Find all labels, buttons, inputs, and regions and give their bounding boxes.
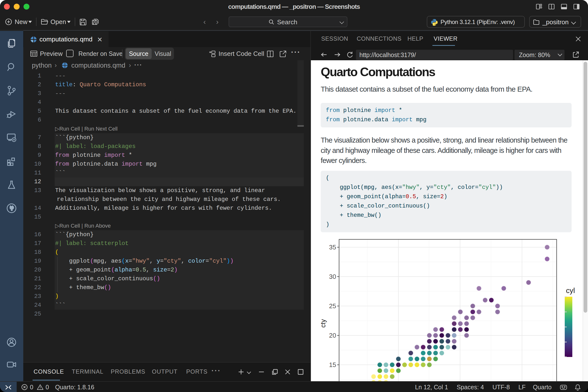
svg-text:30: 30 (329, 273, 336, 280)
svg-text:cyl: cyl (566, 286, 575, 294)
svg-text:20: 20 (329, 332, 336, 339)
svg-text:25: 25 (329, 302, 336, 310)
svg-text:15: 15 (329, 361, 336, 368)
svg-text:cty: cty (320, 319, 327, 328)
svg-text:35: 35 (329, 244, 336, 251)
